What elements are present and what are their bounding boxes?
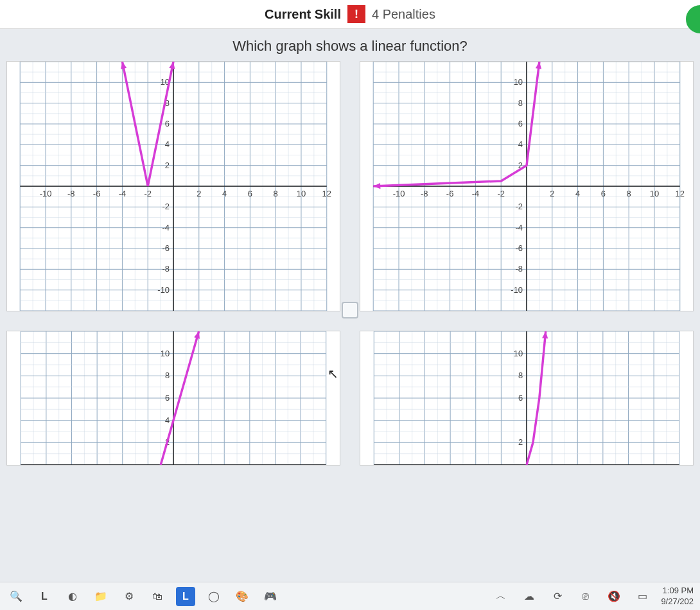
penalties-count: 4 Penalties bbox=[372, 7, 435, 22]
svg-text:4: 4 bbox=[518, 139, 523, 149]
svg-text:4: 4 bbox=[575, 189, 580, 198]
settings-icon[interactable]: ⚙ bbox=[119, 587, 139, 606]
svg-text:8: 8 bbox=[518, 370, 523, 380]
time-text: 1:09 PM bbox=[661, 586, 694, 597]
svg-text:-4: -4 bbox=[162, 223, 170, 232]
answer-option-c[interactable]: 246810 bbox=[6, 331, 340, 466]
header-bar: Current Skill ! 4 Penalties bbox=[0, 0, 700, 29]
svg-text:6: 6 bbox=[601, 189, 606, 198]
answer-option-a[interactable]: -10-8-6-4-224681012-10-8-6-4-2246810 bbox=[6, 61, 340, 311]
svg-text:-8: -8 bbox=[421, 189, 428, 198]
svg-text:8: 8 bbox=[518, 98, 523, 108]
svg-text:10: 10 bbox=[514, 349, 523, 358]
clock[interactable]: 1:09 PM 9/27/202 bbox=[661, 586, 694, 607]
svg-text:12: 12 bbox=[676, 189, 685, 198]
battery-icon[interactable]: ▭ bbox=[633, 587, 652, 606]
svg-text:-6: -6 bbox=[162, 243, 170, 253]
svg-text:12: 12 bbox=[322, 189, 331, 198]
svg-text:-2: -2 bbox=[516, 202, 523, 211]
svg-text:-6: -6 bbox=[446, 189, 454, 198]
sync-icon[interactable]: ⟳ bbox=[548, 587, 567, 606]
svg-marker-149 bbox=[373, 183, 380, 189]
answer-option-b[interactable]: -10-8-6-4-224681012-10-8-6-4-2246810 bbox=[360, 61, 694, 311]
svg-text:-2: -2 bbox=[162, 202, 170, 211]
warning-icon: ! bbox=[347, 5, 365, 23]
svg-text:10: 10 bbox=[161, 349, 170, 358]
color-icon[interactable]: 🎨 bbox=[232, 587, 252, 606]
cast-icon[interactable]: ⎚ bbox=[576, 587, 595, 606]
question-text: Which graph shows a linear function? bbox=[0, 29, 700, 61]
taskbar: 🔍 L ◐ 📁 ⚙ 🛍 L ◯ 🎨 🎮 ︿ ☁ ⟳ ⎚ 🔇 ▭ 1:09 PM … bbox=[0, 582, 700, 610]
svg-text:-6: -6 bbox=[93, 189, 101, 198]
circle-icon[interactable]: ◯ bbox=[204, 587, 223, 606]
svg-text:6: 6 bbox=[248, 189, 252, 198]
svg-text:8: 8 bbox=[627, 189, 631, 198]
svg-text:-10: -10 bbox=[511, 285, 523, 295]
svg-text:-10: -10 bbox=[40, 189, 52, 198]
cursor-icon: ↖ bbox=[328, 366, 338, 381]
svg-text:10: 10 bbox=[297, 189, 306, 198]
store-icon[interactable]: 🛍 bbox=[148, 587, 167, 606]
files-icon[interactable]: 📁 bbox=[91, 587, 110, 606]
selection-checkbox[interactable] bbox=[342, 302, 358, 318]
svg-text:-6: -6 bbox=[516, 243, 523, 253]
skill-label: Current Skill bbox=[265, 7, 341, 22]
svg-text:2: 2 bbox=[550, 189, 554, 198]
app-l-icon[interactable]: L bbox=[35, 587, 54, 606]
cloud-icon[interactable]: ☁ bbox=[520, 587, 539, 606]
svg-text:2: 2 bbox=[518, 437, 523, 447]
svg-text:2: 2 bbox=[165, 161, 170, 170]
graph-c: 246810 bbox=[7, 331, 340, 465]
svg-text:2: 2 bbox=[197, 189, 201, 198]
svg-marker-195 bbox=[194, 331, 200, 339]
search-icon[interactable]: 🔍 bbox=[6, 587, 26, 606]
svg-text:4: 4 bbox=[222, 189, 227, 198]
svg-text:-8: -8 bbox=[516, 264, 523, 274]
game-icon[interactable]: 🎮 bbox=[261, 587, 280, 606]
volume-icon[interactable]: 🔇 bbox=[604, 587, 624, 606]
graph-d: 26810 bbox=[360, 331, 693, 465]
svg-text:10: 10 bbox=[650, 189, 659, 198]
svg-text:6: 6 bbox=[518, 393, 523, 403]
svg-text:-4: -4 bbox=[516, 223, 523, 232]
svg-text:-2: -2 bbox=[497, 189, 505, 198]
svg-text:-8: -8 bbox=[67, 189, 75, 198]
svg-text:4: 4 bbox=[165, 415, 170, 425]
svg-text:-4: -4 bbox=[119, 189, 127, 198]
svg-text:-4: -4 bbox=[472, 189, 480, 198]
graph-a: -10-8-6-4-224681012-10-8-6-4-2246810 bbox=[7, 62, 340, 311]
svg-text:-2: -2 bbox=[144, 189, 152, 198]
app-l2-icon[interactable]: L bbox=[176, 587, 195, 606]
svg-text:6: 6 bbox=[165, 119, 170, 128]
chevron-up-icon[interactable]: ︿ bbox=[491, 587, 511, 606]
svg-text:-10: -10 bbox=[393, 189, 405, 198]
date-text: 9/27/202 bbox=[661, 597, 694, 607]
svg-text:-10: -10 bbox=[157, 285, 170, 295]
svg-text:6: 6 bbox=[165, 393, 170, 403]
edge-icon[interactable]: ◐ bbox=[63, 587, 82, 606]
svg-text:6: 6 bbox=[518, 119, 523, 128]
answer-option-d[interactable]: 26810 bbox=[360, 331, 694, 466]
answer-grid: -10-8-6-4-224681012-10-8-6-4-2246810 -10… bbox=[0, 61, 700, 466]
svg-text:4: 4 bbox=[165, 139, 170, 149]
svg-text:10: 10 bbox=[514, 77, 523, 87]
graph-b: -10-8-6-4-224681012-10-8-6-4-2246810 bbox=[360, 62, 693, 311]
svg-text:-8: -8 bbox=[162, 264, 170, 274]
svg-text:8: 8 bbox=[274, 189, 278, 198]
svg-text:8: 8 bbox=[165, 370, 170, 380]
